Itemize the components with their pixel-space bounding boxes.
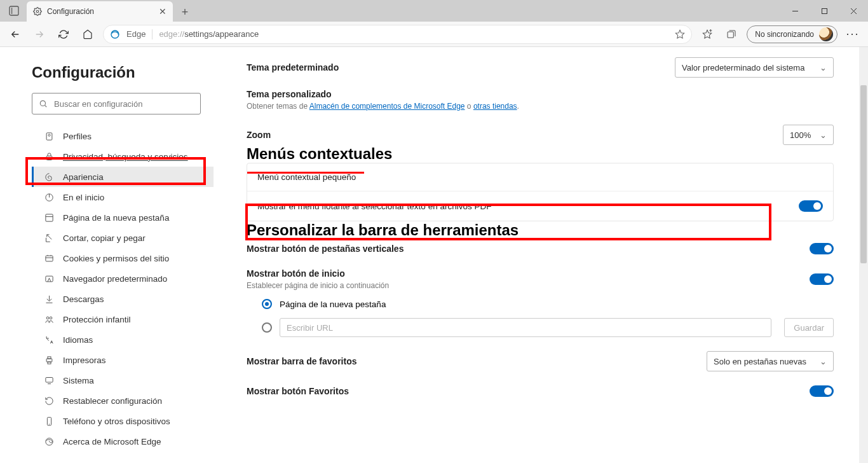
forward-button[interactable]: [31, 25, 48, 43]
svg-point-13: [40, 100, 45, 106]
sidebar-item-cortar-copiar-y-pegar[interactable]: Cortar, copiar y pegar: [32, 228, 214, 248]
scrollbar-thumb[interactable]: [860, 85, 867, 263]
svg-rect-33: [48, 362, 51, 364]
settings-content: Tema predeterminado Valor predeterminado…: [221, 47, 859, 463]
nav-icon: [44, 192, 54, 202]
sync-label: No sincronizando: [755, 30, 814, 39]
svg-rect-12: [728, 32, 733, 38]
favorites-button-label: Mostrar botón Favoritos: [247, 386, 349, 396]
svg-point-30: [50, 317, 52, 319]
sidebar-item-idiomas[interactable]: Idiomas: [32, 329, 214, 350]
sidebar-item-label: En el inicio: [63, 193, 104, 202]
edge-icon: [110, 29, 120, 39]
new-tab-button[interactable]: +: [175, 3, 194, 22]
scrollbar[interactable]: [859, 47, 868, 463]
chevron-down-icon: ⌄: [820, 63, 827, 73]
other-stores-link[interactable]: otras tiendas: [473, 102, 517, 111]
favorite-star-icon[interactable]: [675, 29, 685, 39]
close-tab-icon[interactable]: ✕: [159, 6, 166, 17]
save-url-button[interactable]: Guardar: [784, 318, 834, 337]
svg-rect-22: [45, 256, 52, 261]
address-app-label: Edge: [126, 29, 146, 39]
nav-icon: [44, 335, 54, 345]
svg-rect-17: [46, 156, 52, 160]
refresh-button[interactable]: [55, 25, 72, 43]
sidebar-item-p-gina-de-la-nueva-pesta-a[interactable]: Página de la nueva pestaña: [32, 207, 214, 228]
sidebar-item-tel-fono-y-otros-dispositivos[interactable]: Teléfono y otros dispositivos: [32, 411, 214, 431]
search-icon: [39, 99, 48, 108]
sidebar-item-impresoras[interactable]: Impresoras: [32, 350, 214, 370]
sidebar-item-label: Impresoras: [63, 356, 106, 365]
sidebar-item-restablecer-configuraci-n[interactable]: Restablecer configuración: [32, 390, 214, 411]
home-button[interactable]: [79, 25, 97, 43]
nav-icon: [44, 436, 54, 446]
nav-icon: [44, 131, 54, 141]
addons-store-link[interactable]: Almacén de complementos de Microsoft Edg…: [309, 102, 465, 111]
radio-new-tab[interactable]: [262, 299, 272, 309]
address-bar[interactable]: Edge edge://settings/appearance: [103, 25, 692, 44]
sidebar-item-acerca-de-microsoft-edge[interactable]: Acerca de Microsoft Edge: [32, 431, 214, 452]
settings-sidebar: Configuración Buscar en configuración Pe…: [0, 47, 221, 463]
profile-sync-pill[interactable]: No sincronizando: [747, 25, 837, 43]
sidebar-item-label: Página de la nueva pestaña: [63, 213, 169, 223]
zoom-select[interactable]: 100% ⌄: [783, 125, 834, 145]
more-icon[interactable]: ···: [844, 25, 862, 43]
sidebar-item-label: Descargas: [63, 294, 104, 304]
svg-marker-8: [676, 30, 684, 38]
favorites-icon[interactable]: [698, 25, 716, 43]
default-theme-select[interactable]: Valor predeterminado del sistema ⌄: [675, 57, 834, 78]
close-window-button[interactable]: [839, 0, 868, 22]
favorites-button-toggle[interactable]: [810, 385, 834, 397]
browser-tab[interactable]: Configuración ✕: [27, 1, 173, 22]
minimize-button[interactable]: [780, 0, 810, 22]
maximize-button[interactable]: [810, 0, 839, 22]
sidebar-item-protecci-n-infantil[interactable]: Protección infantil: [32, 309, 214, 329]
sidebar-item-label: Cortar, copiar y pegar: [63, 233, 146, 243]
sidebar-item-label: Restablecer configuración: [63, 396, 162, 406]
sidebar-item-cookies-y-permisos-del-sitio[interactable]: Cookies y permisos del sitio: [32, 248, 214, 268]
vertical-tabs-toggle[interactable]: [810, 243, 834, 254]
nav-icon: [44, 212, 54, 223]
collections-icon[interactable]: [722, 25, 740, 43]
sidebar-item-apariencia[interactable]: Apariencia: [32, 167, 214, 187]
back-button[interactable]: [6, 25, 24, 43]
sidebar-item-sistema[interactable]: Sistema: [32, 370, 214, 390]
sidebar-item-label: Protección infantil: [63, 315, 131, 324]
radio-url[interactable]: [262, 322, 272, 333]
sidebar-item-en-el-inicio[interactable]: En el inicio: [32, 187, 214, 207]
nav-icon: [44, 253, 54, 263]
gear-icon: [33, 7, 42, 16]
svg-point-16: [48, 134, 50, 136]
sidebar-item-privacidad-b-squeda-y-servicios[interactable]: Privacidad, búsqueda y servicios: [32, 146, 214, 167]
pdf-hover-toggle[interactable]: [799, 200, 823, 212]
svg-rect-4: [822, 8, 827, 13]
sidebar-item-label: Privacidad, búsqueda y servicios: [63, 152, 188, 162]
sidebar-item-label: Navegador predeterminado: [63, 274, 167, 284]
nav-icon: [44, 294, 54, 304]
svg-rect-0: [10, 6, 18, 15]
home-button-toggle[interactable]: [810, 273, 834, 285]
tab-actions-icon[interactable]: [5, 2, 23, 20]
mini-context-menu-row[interactable]: Menú contextual pequeño: [247, 163, 833, 191]
nav-icon: [44, 355, 54, 365]
zoom-label: Zoom: [247, 130, 271, 140]
default-theme-label: Tema predeterminado: [247, 62, 339, 73]
radio-new-tab-label: Página de la nueva pestaña: [280, 300, 386, 309]
favorites-bar-select[interactable]: Solo en pestañas nuevas ⌄: [707, 351, 834, 371]
highlight-underline-heading: [247, 172, 364, 174]
home-button-sub: Establecer página de inicio a continuaci…: [247, 281, 389, 290]
sidebar-item-perfiles[interactable]: Perfiles: [32, 126, 214, 146]
home-button-label: Mostrar botón de inicio: [247, 268, 389, 279]
sidebar-item-label: Acerca de Microsoft Edge: [63, 437, 161, 446]
search-input[interactable]: Buscar en configuración: [32, 93, 201, 114]
sidebar-item-label: Sistema: [63, 376, 94, 385]
nav-icon: [44, 151, 54, 162]
home-url-input[interactable]: Escribir URL: [280, 318, 771, 337]
search-placeholder: Buscar en configuración: [54, 99, 142, 109]
svg-point-29: [46, 317, 49, 319]
sidebar-item-descargas[interactable]: Descargas: [32, 289, 214, 309]
chevron-down-icon: ⌄: [820, 357, 827, 366]
nav-icon: [44, 375, 54, 385]
sidebar-item-navegador-predeterminado[interactable]: Navegador predeterminado: [32, 268, 214, 289]
tab-title: Configuración: [47, 7, 154, 16]
